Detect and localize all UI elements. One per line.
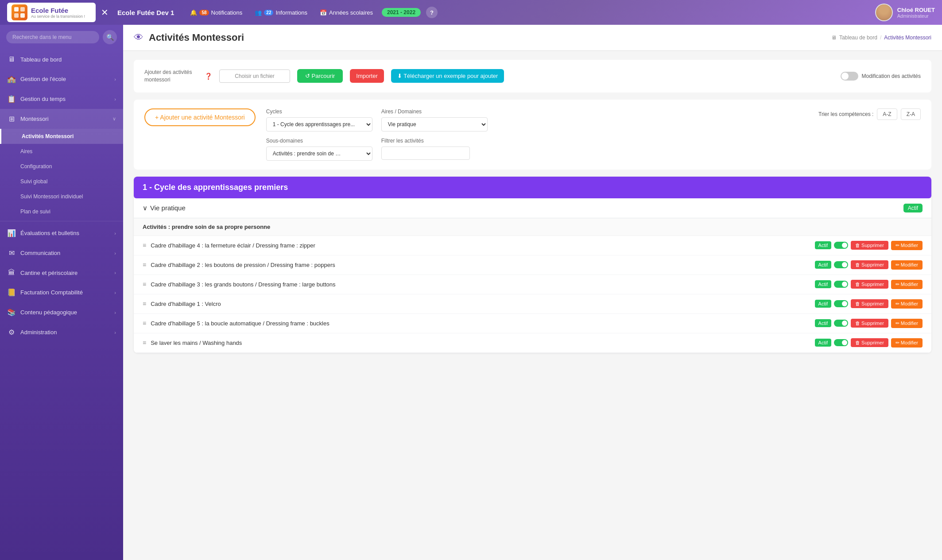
annees-button[interactable]: 📅 Années scolaires bbox=[316, 8, 376, 18]
delete-button[interactable]: 🗑 Supprimer bbox=[851, 241, 888, 250]
import-button[interactable]: Importer bbox=[350, 69, 384, 83]
domain-title: ∨ Vie pratique bbox=[143, 204, 186, 212]
user-role: Administrateur bbox=[897, 13, 935, 19]
edit-button[interactable]: ✏ Modifier bbox=[891, 260, 923, 270]
sidebar-item-montessori[interactable]: ⊞ Montessori ∨ bbox=[0, 109, 123, 129]
edit-button[interactable]: ✏ Modifier bbox=[891, 299, 923, 309]
sidebar-sub-aires[interactable]: Aires bbox=[0, 144, 123, 159]
sidebar-item-communication[interactable]: ✉ Communication › bbox=[0, 243, 123, 263]
sort-za-button[interactable]: Z-A bbox=[901, 108, 921, 120]
activity-row: ≡ Cadre d'habillage 1 : Velcro Actif 🗑 S… bbox=[134, 294, 931, 314]
modification-toggle[interactable] bbox=[841, 72, 858, 81]
delete-button[interactable]: 🗑 Supprimer bbox=[851, 319, 888, 328]
search-input[interactable] bbox=[6, 31, 99, 43]
import-help-icon[interactable]: ❓ bbox=[205, 73, 212, 80]
notifications-badge: 58 bbox=[199, 10, 209, 15]
sous-domaines-select[interactable]: Activités : prendre soin de … bbox=[266, 147, 372, 161]
user-name: Chloé ROUET bbox=[897, 7, 935, 13]
sidebar-item-evaluations[interactable]: 📊 Évaluations et bulletins › bbox=[0, 223, 123, 243]
chevron-down-domain-icon[interactable]: ∨ bbox=[143, 204, 147, 212]
edit-button[interactable]: ✏ Modifier bbox=[891, 338, 923, 348]
search-button[interactable]: 🔍 bbox=[103, 30, 117, 44]
sort-az-button[interactable]: A-Z bbox=[877, 108, 897, 120]
cycle-header: 1 - Cycle des apprentissages premiers bbox=[134, 177, 931, 198]
sidebar-item-administration[interactable]: ⚙ Administration › bbox=[0, 322, 123, 342]
domain-header: ∨ Vie pratique Actif bbox=[134, 198, 931, 218]
sidebar-label-montessori: Montessori bbox=[20, 116, 108, 122]
svg-rect-0 bbox=[14, 7, 19, 12]
delete-button[interactable]: 🗑 Supprimer bbox=[851, 260, 888, 269]
sidebar-sub-activites-label: Activités Montessori bbox=[22, 133, 74, 139]
edit-button[interactable]: ✏ Modifier bbox=[891, 241, 923, 250]
informations-button[interactable]: 👥 22 Informations bbox=[251, 8, 311, 18]
activity-name: Se laver les mains / Washing hands bbox=[151, 340, 810, 346]
sidebar-label-administration: Administration bbox=[20, 329, 110, 336]
sidebar-sub-plan[interactable]: Plan de suivi bbox=[0, 204, 123, 219]
drag-icon: ≡ bbox=[143, 281, 146, 288]
filter-filtrer: Filtrer les activités bbox=[381, 138, 470, 161]
breadcrumb-icon: 🖥 bbox=[831, 35, 837, 41]
help-button[interactable]: ? bbox=[426, 7, 438, 18]
sidebar: 🔍 🖥 Tableau de bord 🏫 Gestion de l'école… bbox=[0, 25, 123, 560]
toggle-area: Modification des activités bbox=[841, 72, 921, 81]
sidebar-item-facturation[interactable]: 📒 Facturation Comptabilité › bbox=[0, 282, 123, 302]
chevron-right-icon-2: › bbox=[114, 97, 116, 102]
edit-button[interactable]: ✏ Modifier bbox=[891, 280, 923, 289]
sidebar-sub-configuration-label: Configuration bbox=[20, 163, 52, 170]
status-badge: Actif bbox=[815, 300, 831, 308]
search-area: 🔍 bbox=[0, 25, 123, 50]
delete-button[interactable]: 🗑 Supprimer bbox=[851, 299, 888, 308]
add-activity-button[interactable]: + Ajouter une activité Montessori bbox=[144, 108, 256, 126]
sidebar-sub-suivi-global[interactable]: Suivi global bbox=[0, 174, 123, 189]
sidebar-sub-configuration[interactable]: Configuration bbox=[0, 159, 123, 174]
notifications-button[interactable]: 🔔 58 Notifications bbox=[186, 8, 246, 18]
main-layout: 🔍 🖥 Tableau de bord 🏫 Gestion de l'école… bbox=[0, 25, 942, 560]
sidebar-item-cantine[interactable]: 🏛 Cantine et périscolaire › bbox=[0, 263, 123, 282]
annees-label: Années scolaires bbox=[329, 9, 373, 16]
activity-toggle[interactable] bbox=[834, 242, 848, 249]
chevron-right-icon: › bbox=[114, 77, 116, 82]
sidebar-item-contenu[interactable]: 📚 Contenu pédagogique › bbox=[0, 302, 123, 322]
cycles-select[interactable]: 1 - Cycle des apprentissages pre... bbox=[266, 117, 372, 131]
bell-icon: 🔔 bbox=[190, 9, 197, 16]
subdomain-name: Activités : prendre soin de sa propre pe… bbox=[143, 224, 270, 230]
eye-icon: 👁 bbox=[134, 32, 143, 43]
activity-toggle[interactable] bbox=[834, 320, 848, 327]
page-title-area: 👁 Activités Montessori bbox=[134, 32, 244, 43]
activity-row: ≡ Cadre d'habillage 4 : la fermeture écl… bbox=[134, 236, 931, 255]
aires-select[interactable]: Vie pratique bbox=[381, 117, 488, 131]
activity-toggle[interactable] bbox=[834, 339, 848, 346]
sidebar-sub-activites[interactable]: Activités Montessori bbox=[0, 129, 123, 144]
logo-text: Ecole Futée Au service de la transmissio… bbox=[31, 7, 85, 19]
file-choose-button[interactable]: Choisir un fichier bbox=[219, 70, 290, 83]
download-example-button[interactable]: ⬇ Télécharger un exemple pour ajouter bbox=[391, 69, 504, 83]
site-name: Ecole Futée Dev 1 bbox=[117, 9, 174, 16]
info-icon: 👥 bbox=[255, 9, 262, 16]
sidebar-sub-suivi-individuel[interactable]: Suivi Montessori individuel bbox=[0, 189, 123, 204]
notifications-label: Notifications bbox=[211, 9, 243, 16]
activity-toggle[interactable] bbox=[834, 300, 848, 307]
logo-title: Ecole Futée bbox=[31, 7, 85, 14]
filtrer-input[interactable] bbox=[381, 147, 470, 160]
sidebar-item-gestion-temps[interactable]: 📋 Gestion du temps › bbox=[0, 89, 123, 109]
browse-button[interactable]: ↺ Parcourir bbox=[297, 69, 343, 83]
import-section: Ajouter des activités montessori ❓ Chois… bbox=[134, 60, 931, 93]
activity-actions: Actif 🗑 Supprimer ✏ Modifier bbox=[815, 260, 923, 270]
drag-icon: ≡ bbox=[143, 320, 146, 327]
eval-icon: 📊 bbox=[7, 229, 16, 237]
sidebar-item-gestion-ecole[interactable]: 🏫 Gestion de l'école › bbox=[0, 69, 123, 89]
domain-actif-badge: Actif bbox=[903, 204, 923, 212]
activity-toggle[interactable] bbox=[834, 261, 848, 268]
sidebar-item-tableau[interactable]: 🖥 Tableau de bord bbox=[0, 50, 123, 69]
close-icon[interactable]: ✕ bbox=[101, 7, 109, 18]
activity-toggle[interactable] bbox=[834, 281, 848, 288]
informations-badge: 22 bbox=[264, 10, 273, 15]
breadcrumb-current: Activités Montessori bbox=[884, 35, 931, 41]
delete-button[interactable]: 🗑 Supprimer bbox=[851, 280, 888, 289]
status-badge: Actif bbox=[815, 319, 831, 327]
content-icon: 📚 bbox=[7, 308, 16, 317]
edit-button[interactable]: ✏ Modifier bbox=[891, 319, 923, 328]
delete-button[interactable]: 🗑 Supprimer bbox=[851, 338, 888, 347]
dashboard-icon: 🖥 bbox=[7, 55, 16, 63]
sidebar-label-facturation: Facturation Comptabilité bbox=[20, 289, 110, 296]
